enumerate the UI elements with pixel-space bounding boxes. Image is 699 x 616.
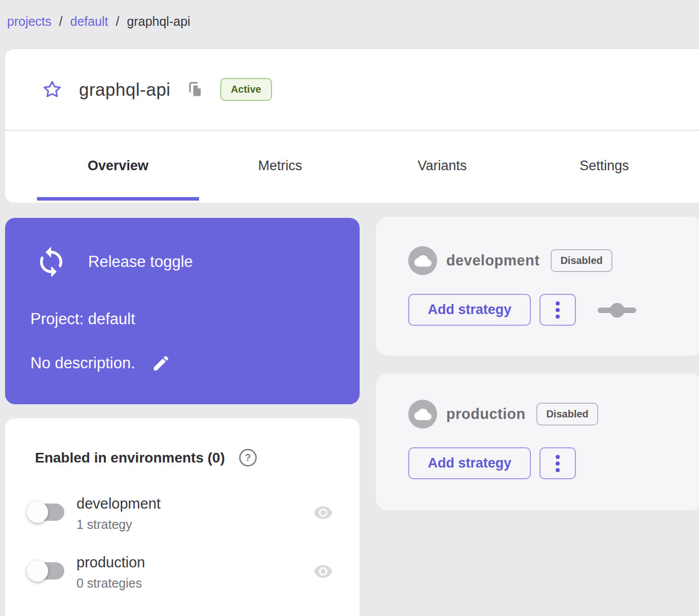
enabled-environments-card: Enabled in environments (0) ? developmen… (5, 418, 360, 616)
tab-settings[interactable]: Settings (523, 131, 685, 201)
cloud-icon (414, 252, 432, 270)
copy-icon (187, 81, 204, 99)
release-toggle-sync-icon (34, 245, 68, 279)
environment-card-development: development Disabled Add strategy (376, 217, 699, 356)
environment-avatar (408, 400, 437, 429)
status-badge: Active (220, 78, 272, 101)
toggle-type-label: Release toggle (88, 253, 193, 271)
breadcrumb-link-default[interactable]: default (70, 14, 108, 29)
environment-name: production (446, 406, 525, 422)
environment-name: development (446, 252, 539, 269)
environment-more-options-button[interactable] (539, 447, 576, 479)
environment-status-chip: Disabled (536, 403, 598, 426)
environment-row-strategies: 0 strategies (76, 576, 145, 591)
toggle-type-row: Release toggle (34, 245, 193, 279)
environment-avatar (408, 246, 437, 275)
environment-more-options-button[interactable] (539, 294, 576, 326)
environment-card-production: production Disabled Add strategy (376, 373, 699, 510)
rollout-strategy-icon[interactable] (598, 302, 636, 318)
environment-toggle-production[interactable] (27, 559, 65, 583)
eye-icon (313, 503, 333, 523)
enabled-environments-title: Enabled in environments (0) (35, 450, 225, 466)
environment-toggle-row-development: development 1 strategy (27, 495, 161, 532)
edit-description-button[interactable] (151, 354, 171, 373)
add-strategy-button[interactable]: Add strategy (408, 447, 531, 479)
visibility-toggle-production[interactable] (313, 561, 333, 582)
breadcrumb-separator: / (116, 14, 120, 29)
pencil-icon (151, 354, 171, 373)
toggle-overview-card: Release toggle Project: default No descr… (5, 218, 360, 404)
breadcrumb-separator: / (59, 14, 63, 29)
kebab-icon (556, 455, 560, 459)
tab-overview[interactable]: Overview (37, 131, 199, 201)
cloud-icon (414, 406, 432, 423)
environment-status-chip: Disabled (551, 249, 612, 272)
toggle-description-row: No description. (30, 354, 171, 373)
environment-toggle-row-production: production 0 strategies (27, 554, 145, 591)
breadcrumb-current: graphql-api (127, 14, 190, 29)
toggle-project-label: Project: default (30, 310, 135, 328)
page-title: graphql-api (79, 80, 171, 100)
visibility-toggle-development[interactable] (313, 503, 333, 523)
environment-toggle-development[interactable] (27, 500, 65, 524)
environment-header: production Disabled (408, 400, 598, 429)
feature-header-card: graphql-api Active Overview Metrics Vari… (5, 49, 699, 203)
environment-row-strategies: 1 strategy (76, 517, 161, 532)
environment-row-name: development (76, 495, 161, 512)
environment-row-name: production (76, 554, 145, 571)
environment-header: development Disabled (408, 246, 612, 275)
tab-variants[interactable]: Variants (361, 131, 523, 201)
star-outline-icon (42, 79, 63, 100)
kebab-icon (556, 301, 560, 305)
enabled-environments-heading-row: Enabled in environments (0) ? (35, 449, 257, 467)
environment-controls: Add strategy (408, 447, 576, 479)
copy-name-button[interactable] (187, 81, 204, 99)
tabs-bar: Overview Metrics Variants Settings (5, 131, 699, 201)
add-strategy-button[interactable]: Add strategy (408, 294, 531, 326)
breadcrumb: projects / default / graphql-api (7, 14, 190, 29)
tab-metrics[interactable]: Metrics (199, 131, 361, 201)
active-tab-indicator (37, 197, 199, 201)
help-icon[interactable]: ? (239, 449, 257, 467)
breadcrumb-link-projects[interactable]: projects (7, 14, 52, 29)
favorite-button[interactable] (42, 79, 63, 100)
toggle-description-text: No description. (30, 354, 135, 372)
environment-controls: Add strategy (408, 294, 636, 326)
feature-title-row: graphql-api Active (5, 49, 699, 131)
eye-icon (313, 561, 333, 582)
